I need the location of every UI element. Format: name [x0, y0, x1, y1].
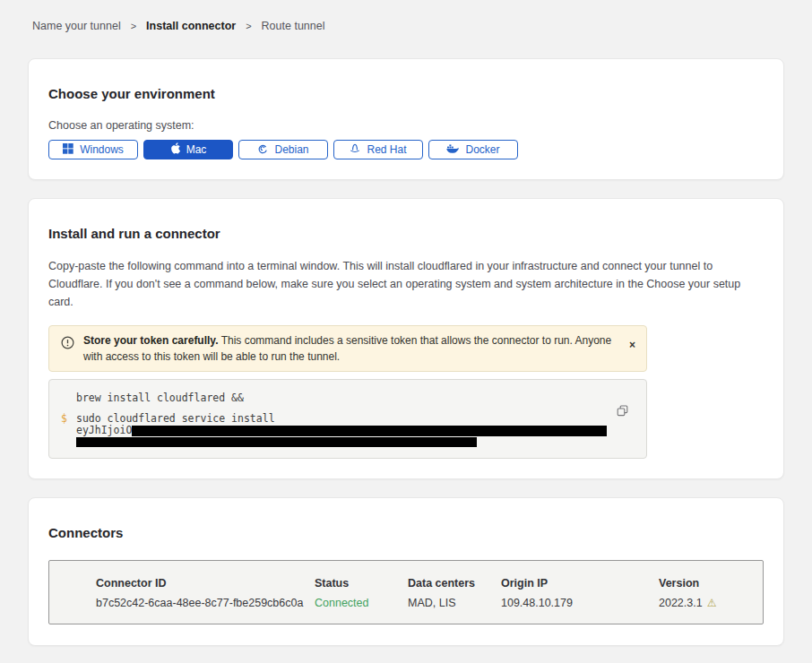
- breadcrumb-route-tunnel[interactable]: Route tunnel: [262, 20, 325, 32]
- os-button-label: Windows: [80, 143, 124, 156]
- token-warning-title: Store your token carefully.: [83, 334, 219, 347]
- connectors-table: Connector ID Status Data centers Origin …: [48, 560, 764, 624]
- connectors-card: Connectors Connector ID Status Data cent…: [28, 497, 784, 646]
- copy-icon[interactable]: [617, 405, 628, 419]
- docker-icon: [446, 143, 459, 156]
- os-button-label: Red Hat: [367, 143, 406, 156]
- code-token-line: eyJhIjoiO: [76, 425, 610, 436]
- breadcrumb-name-your-tunnel[interactable]: Name your tunnel: [32, 20, 121, 32]
- redhat-icon: [350, 143, 360, 157]
- version-warning-icon: ⚠: [707, 597, 717, 609]
- os-select-label: Choose an operating system:: [48, 119, 764, 133]
- column-header-data-centers: Data centers: [408, 576, 501, 590]
- install-connector-title: Install and run a connector: [48, 226, 764, 241]
- windows-icon: [63, 143, 73, 157]
- os-button-label: Debian: [274, 143, 308, 156]
- code-line-brew: brew install cloudflared &&: [76, 392, 610, 404]
- os-button-debian[interactable]: Debian: [238, 140, 328, 159]
- install-connector-description: Copy-paste the following command into a …: [48, 257, 764, 311]
- os-button-label: Mac: [186, 143, 207, 156]
- column-header-connector-id: Connector ID: [96, 576, 315, 590]
- os-button-redhat[interactable]: Red Hat: [333, 140, 423, 159]
- code-line-sudo: sudo cloudflared service install: [76, 412, 610, 425]
- install-connector-card: Install and run a connector Copy-paste t…: [28, 198, 784, 479]
- debian-icon: [257, 143, 268, 157]
- token-redaction-bar: [76, 437, 477, 447]
- connectors-title: Connectors: [48, 525, 764, 540]
- close-icon[interactable]: ×: [629, 340, 635, 349]
- page: Name your tunnel > Install connector > R…: [0, 0, 812, 663]
- shell-prompt: $: [61, 412, 76, 450]
- column-header-origin-ip: Origin IP: [501, 576, 659, 590]
- alert-circle-icon: [61, 336, 74, 353]
- connector-status-value: Connected: [315, 596, 408, 610]
- choose-environment-title: Choose your environment: [48, 86, 764, 101]
- code-line-sudo-group: $ sudo cloudflared service install eyJhI…: [61, 412, 610, 450]
- token-warning-text: Store your token carefully. This command…: [83, 332, 615, 365]
- choose-environment-card: Choose your environment Choose an operat…: [28, 58, 784, 180]
- os-button-group: Windows Mac Debian Red Hat: [48, 140, 764, 159]
- os-button-label: Docker: [465, 143, 499, 156]
- connector-id-value: b7c52c42-6caa-48ee-8c77-fbe259cb6c0a: [96, 596, 315, 610]
- breadcrumb-install-connector[interactable]: Install connector: [146, 20, 236, 32]
- apple-icon: [170, 142, 180, 157]
- token-prefix: eyJhIjoiO: [76, 425, 132, 436]
- connector-version-value: 2022.3.1⚠: [659, 596, 754, 610]
- column-header-version: Version: [659, 576, 754, 590]
- breadcrumb-separator: >: [131, 21, 136, 31]
- os-button-windows[interactable]: Windows: [48, 140, 138, 159]
- breadcrumb-separator: >: [246, 21, 251, 31]
- install-command-codeblock[interactable]: brew install cloudflared && $ sudo cloud…: [48, 379, 647, 459]
- column-header-status: Status: [315, 576, 408, 590]
- breadcrumb: Name your tunnel > Install connector > R…: [28, 20, 784, 32]
- os-button-docker[interactable]: Docker: [428, 140, 518, 159]
- connector-data-centers-value: MAD, LIS: [408, 596, 501, 610]
- os-button-mac[interactable]: Mac: [143, 140, 233, 159]
- token-warning-banner: Store your token carefully. This command…: [48, 325, 647, 372]
- connector-origin-ip-value: 109.48.10.179: [501, 596, 659, 610]
- token-redaction-bar: [132, 426, 607, 436]
